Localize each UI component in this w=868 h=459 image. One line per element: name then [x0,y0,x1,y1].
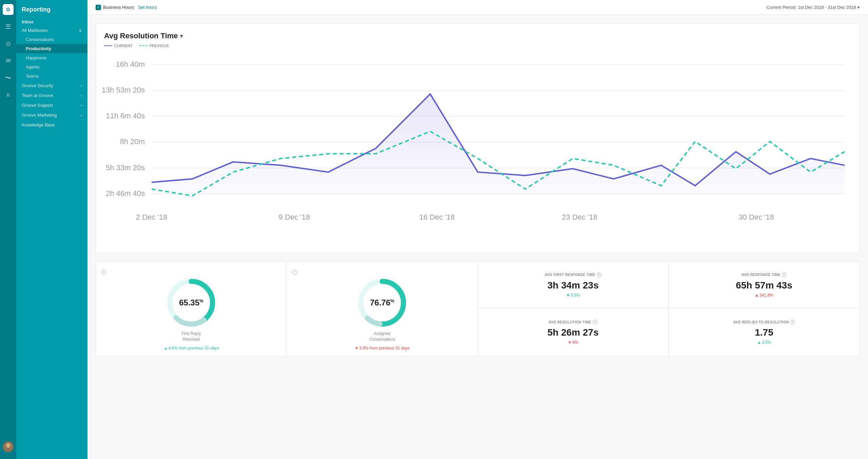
sidebar-item-happiness[interactable]: Happiness [16,53,87,62]
chart-title: Avg Resolution Time ▾ [104,32,851,40]
sidebar-item-groove-marketing[interactable]: Groove Marketing › [16,110,87,120]
avg-first-response-change: ▼ 5.5% [566,293,580,298]
period-dropdown-chevron[interactable]: ▾ [857,5,860,10]
avg-response-help[interactable]: ? [782,273,787,277]
svg-point-1 [6,443,11,448]
svg-text:23 Dec '18: 23 Dec '18 [562,213,597,221]
current-period: Current Period: 1st Dec 2018 - 31st Dec … [767,5,860,10]
business-hours-checkbox[interactable]: ✓ [96,5,101,10]
first-reply-center: 65.35% [179,298,203,307]
avg-response-change: ▲ 341.8% [755,293,773,298]
all-mailboxes-item[interactable]: All Mailboxes ∨ [16,26,87,35]
assigned-conv-center: 76.76% [370,298,394,307]
avg-first-response-card: AVG FIRST RESPONSE TIME ? 3h 34m 23s ▼ 5… [478,262,669,308]
set-hours-link[interactable]: Set hours [138,5,157,10]
svg-text:16 Dec '18: 16 Dec '18 [419,213,455,221]
right-stats-bottom-row: AVG RESOLUTION TIME ? 5h 26m 27s ▼ 8% AV… [478,309,860,356]
chart-nav-icon[interactable]: 〜 [4,73,13,83]
content-area: ✓ Business Hours Set hours Current Perio… [87,0,868,459]
chart-section: Avg Resolution Time ▾ CURRENT PREVIOUS [96,23,860,253]
svg-text:11h 6m 40s: 11h 6m 40s [106,112,145,120]
inbox-section-header: Inbox [16,17,87,26]
svg-text:30 Dec '18: 30 Dec '18 [738,213,774,221]
groove-support-chevron: › [81,103,82,108]
sidebar-title: Reporting [16,0,87,17]
avg-first-response-help[interactable]: ? [597,273,601,277]
svg-text:5h 33m 20s: 5h 33m 20s [106,163,145,172]
sidebar-item-team-at-groove[interactable]: Team at Groove › [16,91,87,100]
assigned-conv-donut: 76.76% [357,277,408,328]
sidebar-item-groove-support[interactable]: Groove Support › [16,100,87,110]
first-reply-help-icon[interactable]: ? [101,270,106,275]
team-at-groove-chevron: › [81,93,82,98]
avg-replies-label: AVG REPLIES TO RESOLUTION ? [733,320,795,324]
avg-resolution-change: ▼ 8% [568,340,578,345]
avg-response-card: AVG RESPONSE TIME ? 65h 57m 43s ▲ 341.8% [669,262,860,308]
app-logo[interactable]: G [3,4,14,15]
avg-response-label: AVG RESPONSE TIME ? [742,273,786,277]
assigned-conv-help-icon[interactable]: ? [292,270,297,275]
avg-response-value: 65h 57m 43s [736,280,792,291]
legend-previous-line [139,45,147,46]
svg-text:9 Dec '18: 9 Dec '18 [279,213,310,221]
first-reply-donut: 65.35% [166,277,217,328]
svg-text:13h 53m 20s: 13h 53m 20s [102,86,145,94]
sidebar-item-groove-security[interactable]: Groove Security › [16,81,87,91]
top-bar: ✓ Business Hours Set hours Current Perio… [87,0,868,15]
groove-security-chevron: › [81,83,82,88]
reports-icon[interactable]: ⊙ [4,39,12,49]
avg-resolution-label: AVG RESOLUTION TIME ? [549,320,597,324]
groove-marketing-chevron: › [81,113,82,118]
avg-first-response-value: 3h 34m 23s [548,280,599,291]
sidebar-item-productivity[interactable]: Productivity [16,44,87,53]
first-reply-label: First ReplyResolved [181,331,201,342]
svg-text:8h 20m: 8h 20m [120,137,145,146]
svg-marker-15 [152,94,845,194]
legend-previous: PREVIOUS [139,44,169,48]
avg-replies-help[interactable]: ? [790,320,795,324]
assigned-conv-label: AssignedConversations [369,331,395,342]
icon-sidebar: G ☰ ⊙ ✉ 〜 ≡ [0,0,16,459]
avg-resolution-help[interactable]: ? [593,320,597,324]
first-reply-resolved-card: ? 65.35% First ReplyResolved ▲ 4.6% from [96,262,287,356]
svg-text:2 Dec '18: 2 Dec '18 [136,213,167,221]
right-stats-top-row: AVG FIRST RESPONSE TIME ? 3h 34m 23s ▼ 5… [478,262,860,309]
chart-title-chevron[interactable]: ▾ [180,33,183,39]
user-avatar[interactable] [3,441,14,452]
avg-replies-value: 1.75 [755,327,773,338]
sidebar-item-knowledge-base[interactable]: Knowledge Base [16,120,87,130]
resolution-time-chart: 16h 40m 13h 53m 20s 11h 6m 40s 8h 20m 5h… [104,53,851,243]
legend-current: CURRENT [104,44,133,48]
business-hours-toggle[interactable]: ✓ Business Hours [96,5,134,10]
svg-text:2h 46m 40s: 2h 46m 40s [106,189,145,198]
sidebar-item-conversations[interactable]: Conversations [16,35,87,44]
main-sidebar: Reporting Inbox All Mailboxes ∨ Conversa… [16,0,87,459]
avg-resolution-card: AVG RESOLUTION TIME ? 5h 26m 27s ▼ 8% [478,309,669,356]
avg-resolution-value: 5h 26m 27s [548,327,599,338]
filter-nav-icon[interactable]: ≡ [5,90,12,100]
chart-legend: CURRENT PREVIOUS [104,44,851,48]
right-stats-grid: AVG FIRST RESPONSE TIME ? 3h 34m 23s ▼ 5… [478,262,860,356]
avg-first-response-label: AVG FIRST RESPONSE TIME ? [545,273,601,277]
first-reply-change: ▲ 4.6% from previous 31 days [164,346,219,351]
stats-grid: ? 65.35% First ReplyResolved ▲ 4.6% from [96,261,860,356]
chart-wrapper: 16h 40m 13h 53m 20s 11h 6m 40s 8h 20m 5h… [104,53,851,245]
avg-replies-change: ▲ 3.5% [757,340,771,345]
avg-replies-card: AVG REPLIES TO RESOLUTION ? 1.75 ▲ 3.5% [669,309,860,356]
menu-icon[interactable]: ☰ [4,22,12,32]
sidebar-item-agents[interactable]: Agents [16,62,87,72]
inbox-nav-icon[interactable]: ✉ [4,56,12,66]
legend-current-line [104,45,112,46]
assigned-conv-change: ▼ 3.9% from previous 31 days [355,346,410,351]
main-scroll: Avg Resolution Time ▾ CURRENT PREVIOUS [87,15,868,459]
top-bar-left: ✓ Business Hours Set hours [96,5,157,10]
svg-text:16h 40m: 16h 40m [116,60,145,68]
assigned-conversations-card: ? 76.76% AssignedConversations ▼ 3.9% fr… [287,262,478,356]
sidebar-item-teams[interactable]: Teams [16,72,87,81]
